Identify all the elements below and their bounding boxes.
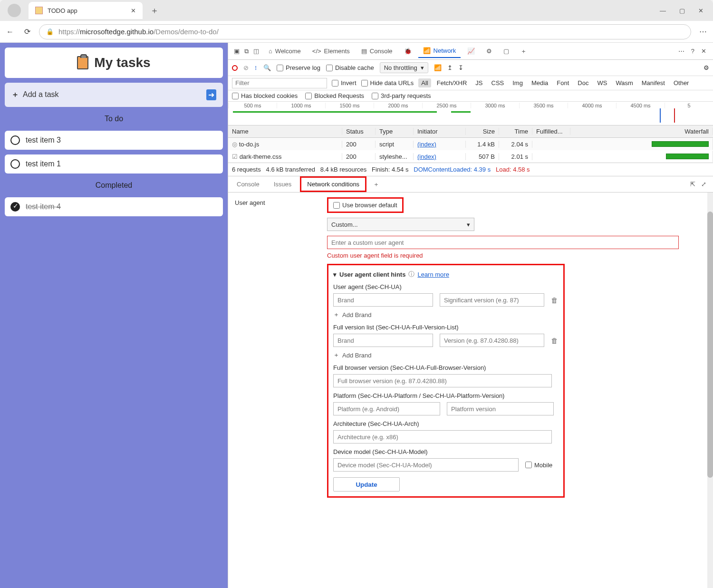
new-tab-button[interactable]: ＋ [146,5,163,16]
blocked-cookies-checkbox[interactable]: Has blocked cookies [232,92,298,99]
dock-out-icon[interactable]: ⇱ [690,181,695,188]
col-initiator[interactable]: Initiator [414,128,466,135]
hide-data-urls-checkbox[interactable]: Hide data URLs [361,79,414,87]
type-chip[interactable]: Other [671,78,692,87]
platform-version-input[interactable] [447,402,554,415]
wifi-settings-icon[interactable]: 📶 [434,64,442,71]
client-hints-title[interactable]: ▾ User agent client hints ⓘ Learn more [333,270,559,279]
trash-icon[interactable]: 🗑 [551,337,558,345]
profile-avatar[interactable] [8,4,21,17]
brand-input-2[interactable] [333,334,433,347]
more-icon[interactable]: ⋯ [678,48,684,55]
tab-settings[interactable]: ⚙ [482,45,497,58]
refresh-icon[interactable]: ⟳ [22,27,32,36]
full-browser-version-input[interactable] [333,374,552,387]
col-fulfilled[interactable]: Fulfilled... [532,128,570,135]
record-icon[interactable] [232,65,238,71]
update-button[interactable]: Update [333,477,400,492]
type-chip[interactable]: Media [529,78,551,87]
device-icon[interactable]: ⧉ [244,48,249,55]
drawer-add-tab[interactable]: ＋ [369,180,383,189]
type-chip[interactable]: Wasm [613,78,636,87]
browser-tab[interactable]: TODO app ✕ [29,2,143,19]
add-brand-button-2[interactable]: ＋Add Brand [333,351,559,359]
blocked-requests-checkbox[interactable]: Blocked Requests [305,92,364,99]
architecture-input[interactable] [333,430,552,443]
type-chip[interactable]: Doc [575,78,591,87]
ua-select[interactable]: Custom...▾ [327,218,474,231]
circle-icon[interactable] [10,135,20,145]
learn-more-link[interactable]: Learn more [417,271,449,278]
brand-input[interactable] [333,293,433,307]
settings-gear-icon[interactable]: ⚙ [703,64,709,71]
tab-app[interactable]: ▢ [499,45,514,58]
col-waterfall[interactable]: Waterfall [570,128,713,135]
menu-icon[interactable]: ⋯ [698,27,708,36]
tab-bug[interactable]: 🐞 [399,45,416,58]
throttling-select[interactable]: No throttling ▾ [380,62,428,73]
close-window-icon[interactable]: ✕ [698,7,703,14]
search-icon[interactable]: 🔍 [263,64,271,71]
help-icon[interactable]: ? [691,48,694,55]
drawer-tab-console[interactable]: Console [231,178,265,191]
task-item[interactable]: test item 3 [5,131,223,150]
scrollbar[interactable] [707,193,713,588]
inspect-icon[interactable]: ▣ [234,48,240,55]
tab-network[interactable]: 📶Network [418,44,461,58]
table-row[interactable]: ☑ dark-theme.css 200 styleshe... (index)… [228,150,713,163]
clear-icon[interactable]: ⊘ [243,64,249,71]
check-circle-icon[interactable] [10,202,20,212]
minimize-icon[interactable]: — [660,7,666,14]
tab-add[interactable]: ＋ [516,44,531,58]
mobile-checkbox[interactable]: Mobile [525,462,552,469]
col-size[interactable]: Size [466,128,499,135]
col-name[interactable]: Name [228,128,342,135]
tab-console[interactable]: ▤Console [356,45,397,58]
tab-performance[interactable]: 📈 [462,45,480,58]
filter-toggle-icon[interactable]: ⫶ [254,64,258,71]
trash-icon[interactable]: 🗑 [551,296,558,304]
timeline[interactable]: 500 ms 1000 ms 1500 ms 2000 ms 2500 ms 3… [228,102,713,125]
third-party-checkbox[interactable]: 3rd-party requests [372,92,431,99]
maximize-icon[interactable]: ▢ [679,7,685,14]
col-time[interactable]: Time [499,128,532,135]
table-row[interactable]: ◎ to-do.js 200 script (index) 1.4 kB 2.0… [228,138,713,150]
version-input[interactable] [440,334,544,347]
type-chip[interactable]: CSS [489,78,507,87]
add-task-button[interactable]: ＋Add a task ➜ [5,83,223,107]
type-chip[interactable]: Font [554,78,572,87]
custom-ua-input[interactable] [327,236,679,249]
type-chip[interactable]: All [418,78,431,87]
task-item[interactable]: test item 1 [5,154,223,174]
upload-icon[interactable]: ↥ [447,64,453,71]
drawer-tab-network-conditions[interactable]: Network conditions [300,176,366,192]
type-chip[interactable]: Fetch/XHR [434,78,470,87]
download-icon[interactable]: ↧ [458,64,463,71]
dock-icon[interactable]: ◫ [253,48,259,55]
use-browser-default-checkbox[interactable]: Use browser default [333,202,397,209]
type-chip[interactable]: JS [472,78,485,87]
platform-input[interactable] [333,402,440,415]
back-icon[interactable]: ← [5,28,15,36]
expand-icon[interactable]: ⤢ [701,181,706,188]
close-tab-icon[interactable]: ✕ [131,7,136,14]
circle-icon[interactable] [10,159,20,169]
drawer-tab-issues[interactable]: Issues [268,178,298,191]
significant-version-input[interactable] [440,293,544,307]
submit-icon[interactable]: ➜ [206,89,216,100]
add-brand-button[interactable]: ＋Add Brand [333,310,559,319]
type-chip[interactable]: Manifest [639,78,668,87]
preserve-log-checkbox[interactable]: Preserve log [277,64,320,71]
invert-checkbox[interactable]: Invert [332,79,356,87]
tab-welcome[interactable]: ⌂Welcome [264,45,306,58]
task-item[interactable]: test item 4 [5,197,223,216]
close-devtools-icon[interactable]: ✕ [701,48,706,55]
disable-cache-checkbox[interactable]: Disable cache [326,64,374,71]
type-chip[interactable]: Img [510,78,526,87]
col-status[interactable]: Status [342,128,376,135]
type-chip[interactable]: WS [594,78,610,87]
url-field[interactable]: 🔒 https://microsoftedge.github.io/Demos/… [39,24,691,39]
col-type[interactable]: Type [376,128,414,135]
tab-elements[interactable]: </>Elements [308,45,355,58]
filter-input[interactable] [232,78,327,88]
